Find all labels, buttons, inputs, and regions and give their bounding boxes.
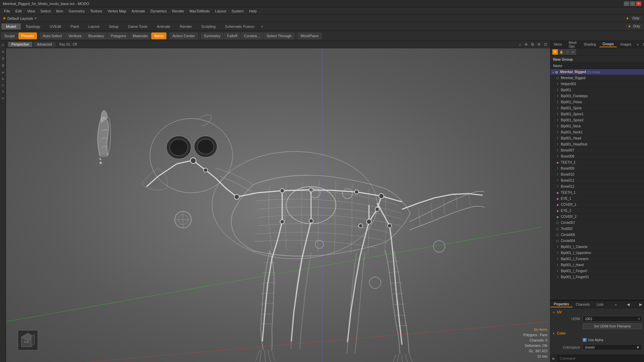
scene-item[interactable]: ⬡ Meerkat_Rigged <box>550 75 644 81</box>
mode-tab-topology[interactable]: Topology <box>21 23 45 29</box>
sidebar-tab-w[interactable]: W <box>1 62 5 69</box>
props-expand-right[interactable]: ▶ <box>637 302 644 307</box>
menu-item-layout[interactable]: Layout <box>212 8 229 14</box>
vp-fit-icon[interactable]: ⊞ <box>530 42 535 47</box>
constrain-button[interactable]: Constra... <box>241 33 263 39</box>
only-button[interactable]: Only <box>630 16 641 20</box>
scene-item[interactable]: ◈ EYE_1 <box>550 196 644 202</box>
sh-lock-btn[interactable]: 🔒 <box>558 49 564 55</box>
mode-tab-game-tools[interactable]: Game Tools <box>123 23 152 29</box>
scene-item[interactable]: ⟟ Bip001_Pelvis <box>550 99 644 105</box>
presets-button[interactable]: Presets <box>18 33 37 39</box>
scene-item[interactable]: ⟟ Bone008 <box>550 154 644 160</box>
sh-mesh-btn[interactable]: ⬡ <box>565 49 570 55</box>
scene-item[interactable]: ◈ EYE_2 <box>550 208 644 214</box>
scene-item[interactable]: ⬡ Circle006 <box>550 232 644 238</box>
close-button[interactable]: ✕ <box>636 1 641 6</box>
default-layouts-dropdown[interactable]: Default Layouts <box>7 16 33 20</box>
props-tab-properties[interactable]: Properties <box>550 302 573 307</box>
scene-item[interactable]: ⟟ Bone010 <box>550 172 644 178</box>
scene-item[interactable]: ⟟ Bip001_Spine2 <box>550 117 644 123</box>
sidebar-tab-f[interactable]: F <box>1 95 5 101</box>
menu-item-geometry[interactable]: Geometry <box>66 8 87 14</box>
props-expand-left[interactable]: ◀ <box>625 302 632 307</box>
navigation-cube[interactable]: Front <box>18 330 38 350</box>
menu-item-system[interactable]: System <box>229 8 247 14</box>
scene-item[interactable]: ▤ Meerkat_Rigged (2) Group <box>550 69 644 75</box>
scene-item[interactable]: ⟟ Bone011 <box>550 178 644 184</box>
udim-stepper[interactable]: ⬆ <box>638 317 640 321</box>
sidebar-tab-s[interactable]: S <box>1 42 5 48</box>
menu-item-texture[interactable]: Texture <box>88 8 105 14</box>
rp-tab-shading[interactable]: Shading <box>580 42 599 47</box>
mode-tab-model[interactable]: Model <box>1 23 21 29</box>
scene-item[interactable]: ⟟ Bip001_Spine1 <box>550 111 644 117</box>
viewport[interactable]: Perspective Advanced Ray GL: Off ⌂ ⊕ ⊞ ⚙… <box>6 41 550 362</box>
sculpt-button[interactable]: Sculpt <box>1 33 18 39</box>
color-section-header[interactable]: ▼ Color <box>552 331 642 335</box>
mode-tab-paint[interactable]: Paint <box>66 23 84 29</box>
scene-item[interactable]: ⟟ Bip001_l_Finger01 <box>550 274 644 280</box>
advanced-tab[interactable]: Advanced <box>34 42 55 47</box>
menu-item-help[interactable]: Help <box>247 8 260 14</box>
new-group-row[interactable]: New Group <box>550 56 644 63</box>
mode-tab-uvedit[interactable]: UVEdit <box>45 23 66 29</box>
rp-expand-button[interactable]: ⊞ <box>641 42 644 47</box>
scene-item[interactable]: ⟟ Bip001_Neck1 <box>550 129 644 135</box>
menu-item-maxtomodo[interactable]: MaxToModo <box>187 8 212 14</box>
sidebar-tab-e[interactable]: E <box>1 69 5 75</box>
mode-tab-scripting[interactable]: Scripting <box>197 23 220 29</box>
sidebar-tab-u[interactable]: U <box>1 88 5 95</box>
menu-item-animate[interactable]: Animate <box>129 8 148 14</box>
uv-section-header[interactable]: ▼ UV <box>552 310 642 314</box>
rp-plus-button[interactable]: + <box>635 42 641 47</box>
polygons-button[interactable]: Polygons <box>108 33 129 39</box>
mode-tab-setup[interactable]: Setup <box>104 23 123 29</box>
scene-item[interactable]: ⬡ Circle007 <box>550 220 644 226</box>
scene-item[interactable]: ⟟ Bip001_Head <box>550 135 644 141</box>
rp-tab-groups[interactable]: Groups <box>599 42 617 47</box>
scene-list[interactable]: ▤ Meerkat_Rigged (2) Group ⬡ Meerkat_Rig… <box>550 69 644 300</box>
maximize-button[interactable]: □ <box>630 1 635 6</box>
menu-item-file[interactable]: File <box>1 8 13 14</box>
action-center-button[interactable]: Action Center <box>169 33 198 39</box>
materials-button[interactable]: Materials <box>130 33 151 39</box>
vertices-button[interactable]: Vertices <box>65 33 85 39</box>
mode-tab-plus[interactable]: + <box>259 24 265 29</box>
rp-tab-items[interactable]: Items <box>550 42 565 47</box>
rp-tab-meshops[interactable]: Mesh Ops <box>565 40 580 49</box>
scene-item[interactable]: ⟟ Bip001_Spine <box>550 105 644 111</box>
sidebar-tab-m[interactable]: M <box>1 55 5 62</box>
menu-item-edit[interactable]: Edit <box>13 8 24 14</box>
rp-tab-images[interactable]: Images <box>617 42 635 47</box>
sh-render-btn[interactable]: ◎ <box>571 49 576 55</box>
sidebar-tab-d[interactable]: D <box>1 49 5 55</box>
symmetry-button[interactable]: Symmetry <box>201 33 224 39</box>
scene-item[interactable]: ⟟ Helper001 <box>550 81 644 87</box>
set-udim-filename-button[interactable]: Set UDIM from Filename <box>583 323 642 329</box>
scene-item[interactable]: ◈ COVER_2 <box>550 214 644 220</box>
scene-item[interactable]: ⟟ Bip001_l_Hand <box>550 262 644 268</box>
ray-gl-toggle[interactable]: Ray GL: Off <box>59 43 77 46</box>
command-input[interactable] <box>557 355 644 362</box>
vp-expand-icon[interactable]: ⊡ <box>543 42 548 47</box>
falloff-button[interactable]: Falloff <box>224 33 240 39</box>
udim-value-field[interactable]: 1001 ⬆ <box>583 316 642 322</box>
scene-item[interactable]: ⟟ Bip001_l_Finger0 <box>550 268 644 274</box>
minimize-button[interactable]: — <box>624 1 629 6</box>
scene-item[interactable]: ⬡ Text002 <box>550 226 644 232</box>
select-through-button[interactable]: Select Through <box>264 33 294 39</box>
scene-item[interactable]: ⟟ Bone007 <box>550 147 644 154</box>
sidebar-tab-c[interactable]: C <box>1 82 5 88</box>
menu-item-vertex-map[interactable]: Vertex Map <box>105 8 129 14</box>
sidebar-tab-p[interactable]: P <box>1 76 5 82</box>
scene-item[interactable]: ⟟ Bip001_l_Forearm <box>550 256 644 262</box>
scene-item[interactable]: ◈ COVER_1 <box>550 202 644 208</box>
menu-item-dynamics[interactable]: Dynamics <box>148 8 169 14</box>
scene-item[interactable]: ⟟ Bip001_HeadNub <box>550 141 644 147</box>
menu-item-item[interactable]: Item <box>53 8 66 14</box>
scene-item[interactable]: ⬡ Circle004 <box>550 238 644 244</box>
menu-item-render[interactable]: Render <box>169 8 187 14</box>
vp-zoom-icon[interactable]: ⊕ <box>524 42 529 47</box>
colorspace-select[interactable]: (none) ▼ <box>583 344 642 350</box>
